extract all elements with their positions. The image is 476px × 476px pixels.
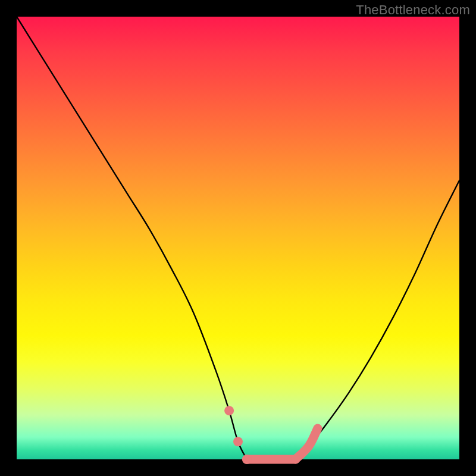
chart-frame: TheBottleneck.com	[0, 0, 476, 476]
curve-left-branch	[17, 17, 247, 459]
highlight-segment-right	[296, 428, 318, 459]
highlight-dot	[242, 455, 252, 464]
watermark-text: TheBottleneck.com	[356, 2, 470, 18]
highlight-dot	[224, 406, 234, 415]
curve-right-branch	[296, 180, 459, 459]
highlight-dot	[233, 437, 243, 446]
curve-layer	[17, 17, 459, 459]
